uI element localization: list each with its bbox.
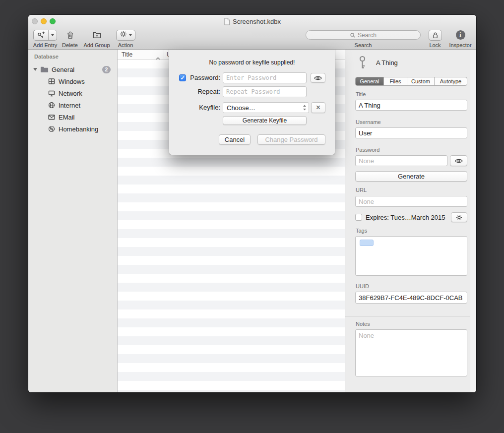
sidebar-item-network[interactable]: Network — [28, 87, 117, 99]
sidebar-item-internet[interactable]: Internet — [28, 99, 117, 111]
sidebar-item-general[interactable]: General 2 — [28, 63, 117, 75]
username-label: Username — [356, 119, 381, 125]
window-title: Screenshot.kdbx — [233, 18, 281, 25]
padlock-icon — [429, 30, 442, 41]
lock-button[interactable]: Lock — [425, 29, 445, 48]
password-checkbox[interactable]: ✓ — [179, 74, 186, 81]
close-button[interactable] — [32, 18, 38, 24]
password-label: Password — [356, 147, 379, 153]
globe-icon — [48, 102, 55, 109]
stepper-icon — [303, 104, 309, 111]
mail-icon — [48, 114, 55, 120]
folder-plus-icon — [92, 29, 102, 41]
generate-keyfile-button[interactable]: Generate Keyfile — [223, 116, 307, 125]
sidebar-item-windows[interactable]: Windows — [28, 75, 117, 87]
change-password-dialog: No password or keyfile supplied! ✓ Passw… — [169, 50, 335, 155]
inspector-label: Inspector — [449, 42, 471, 48]
add-entry-button[interactable]: Add Entry — [31, 29, 60, 48]
inspector-scrollbar[interactable] — [470, 50, 476, 392]
disclosure-triangle-icon[interactable] — [33, 68, 37, 71]
close-icon: × — [316, 104, 320, 112]
add-entry-label: Add Entry — [33, 42, 57, 48]
search-label: Search — [355, 42, 372, 48]
dialog-password-input[interactable] — [223, 72, 307, 83]
bank-icon — [48, 125, 55, 132]
sidebar: Database General 2 Windows Network — [28, 50, 118, 392]
entry-count-badge: 2 — [102, 66, 111, 73]
search-input[interactable]: Search — [306, 30, 421, 40]
tab-general[interactable]: General — [356, 77, 384, 85]
search-placeholder: Search — [358, 32, 377, 39]
sidebar-item-label: Internet — [59, 102, 80, 109]
zoom-button[interactable] — [50, 18, 56, 24]
expires-settings-button[interactable] — [451, 212, 467, 222]
inspector-panel: A Thing General Files Custom Autotype Ti… — [345, 50, 476, 392]
trash-icon — [65, 29, 75, 41]
document-icon — [224, 18, 230, 25]
delete-button[interactable]: Delete — [60, 29, 80, 48]
change-password-button[interactable]: Change Password — [257, 134, 325, 145]
app-window: Screenshot.kdbx — [28, 15, 476, 392]
search-icon — [350, 32, 356, 38]
notes-field[interactable] — [355, 329, 467, 376]
key-icon — [358, 56, 367, 69]
column-header-title[interactable]: Title — [122, 51, 132, 58]
key-plus-icon — [34, 30, 49, 40]
windows-icon — [48, 78, 55, 85]
sidebar-item-email[interactable]: EMail — [28, 111, 117, 123]
keyfile-selected-value: Choose… — [223, 104, 303, 112]
info-icon: i — [456, 30, 465, 40]
tags-label: Tags — [356, 228, 367, 234]
sidebar-item-label: General — [52, 66, 74, 73]
clear-keyfile-button[interactable]: × — [311, 102, 325, 113]
keyfile-select[interactable]: Choose… — [223, 102, 309, 113]
titlebar: Screenshot.kdbx — [28, 15, 476, 28]
dialog-message: No password or keyfile supplied! — [169, 59, 335, 66]
cancel-button[interactable]: Cancel — [219, 134, 251, 145]
sidebar-item-homebanking[interactable]: Homebanking — [28, 123, 117, 135]
add-entry-menu-arrow[interactable] — [49, 30, 57, 40]
action-button[interactable]: Action — [113, 29, 138, 48]
uuid-label: UUID — [356, 283, 369, 289]
dialog-reveal-password-button[interactable] — [311, 73, 325, 83]
network-icon — [48, 90, 55, 97]
uuid-field[interactable] — [355, 292, 467, 304]
minimize-button[interactable] — [41, 18, 47, 24]
notes-label: Notes — [356, 321, 370, 327]
action-menu-arrow — [129, 34, 132, 36]
reveal-password-button[interactable] — [450, 155, 467, 166]
gear-icon — [120, 30, 127, 40]
password-field[interactable] — [355, 155, 447, 166]
expires-checkbox[interactable] — [355, 214, 362, 221]
generate-password-button[interactable]: Generate — [355, 171, 467, 182]
tab-files[interactable]: Files — [384, 77, 407, 85]
dialog-repeat-input[interactable] — [223, 86, 307, 97]
tab-custom[interactable]: Custom — [407, 77, 435, 85]
url-label: URL — [356, 187, 367, 193]
tab-autotype[interactable]: Autotype — [435, 77, 467, 85]
inspector-tabs: General Files Custom Autotype — [355, 77, 467, 86]
title-field[interactable] — [355, 100, 467, 111]
sidebar-item-label: Network — [59, 90, 82, 97]
username-field[interactable] — [355, 127, 467, 138]
expires-label: Expires: Tues…March 2015 — [366, 214, 445, 221]
folder-icon — [40, 66, 49, 73]
search-area: Search Search — [306, 29, 421, 48]
gear-icon — [456, 214, 462, 221]
sidebar-item-label: Homebanking — [59, 125, 98, 133]
inspector-separator — [345, 316, 470, 316]
url-field[interactable] — [355, 196, 467, 207]
lock-label: Lock — [429, 42, 441, 48]
column-divider[interactable] — [164, 50, 164, 59]
inspector-button[interactable]: i Inspector — [446, 29, 474, 48]
eye-icon — [455, 158, 463, 164]
tag-chip[interactable] — [360, 240, 374, 246]
add-group-button[interactable]: Add Group — [81, 29, 112, 48]
eye-icon — [314, 75, 322, 81]
dialog-keyfile-label: Keyfile: — [187, 102, 220, 113]
action-label: Action — [118, 42, 133, 48]
sidebar-item-label: EMail — [59, 114, 75, 121]
window-chrome: Screenshot.kdbx — [28, 15, 476, 50]
tags-box[interactable] — [355, 236, 467, 276]
add-group-label: Add Group — [83, 42, 110, 48]
